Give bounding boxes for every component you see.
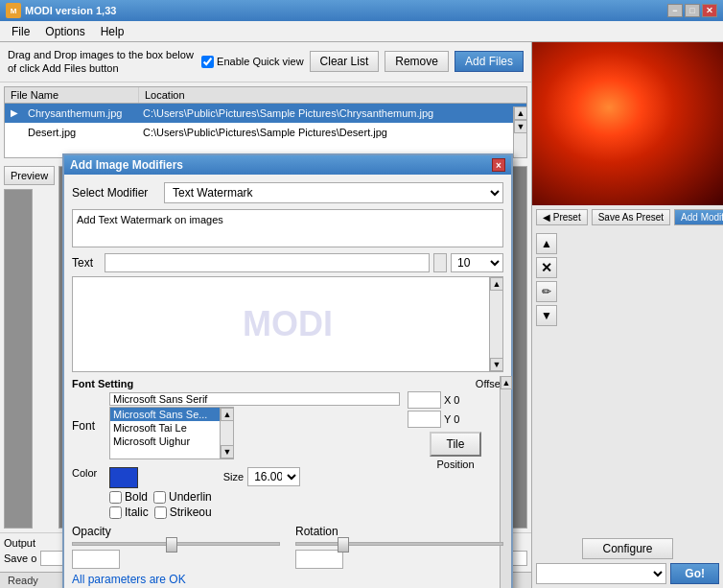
- window-controls: − □ ✕: [667, 4, 717, 17]
- strikeout-label[interactable]: Strikeou: [154, 506, 212, 519]
- menu-file[interactable]: File: [4, 23, 37, 40]
- color-section: Bold Underlin Italic: [109, 467, 212, 519]
- status-ok-text: All parameters are OK: [72, 573, 186, 586]
- configure-button[interactable]: Configure: [582, 538, 672, 559]
- font-size-select[interactable]: 16.00: [247, 467, 300, 486]
- x-offset-box[interactable]: [408, 391, 441, 409]
- preset-row: ◀ Preset Save As Preset Add Modifier: [532, 205, 723, 229]
- strikeout-text: Strikeou: [170, 506, 212, 519]
- close-button[interactable]: ✕: [702, 4, 717, 17]
- rotation-slider-track[interactable]: [295, 542, 503, 546]
- file-name: Chrysanthemum.jpg: [24, 107, 139, 119]
- font-label: Font: [72, 419, 105, 433]
- font-left: Font Setting Font Microsoft Sans Se... M…: [72, 378, 400, 519]
- enable-quick-view-label[interactable]: Enable Quick view: [201, 56, 304, 68]
- save-label: Save o: [4, 553, 36, 564]
- size-select[interactable]: 10: [451, 253, 503, 272]
- file-row[interactable]: ▶ Chrysanthemum.jpg C:\Users\Public\Pict…: [5, 104, 526, 123]
- file-list-scrollbar[interactable]: ▲ ▼: [513, 106, 526, 157]
- preset-go-row: Go!: [536, 563, 719, 584]
- enable-quick-view-checkbox[interactable]: [201, 56, 214, 68]
- modifier-label: Select Modifier: [72, 186, 158, 200]
- rotation-value-input[interactable]: -90: [295, 550, 343, 569]
- font-list-scrollbar[interactable]: ▲ ▼: [220, 408, 233, 459]
- size-row: Size 16.00: [223, 467, 300, 486]
- save-preset-button[interactable]: Save As Preset: [592, 209, 670, 225]
- maximize-button[interactable]: □: [685, 4, 700, 17]
- edit-button[interactable]: ✏: [536, 281, 557, 302]
- window-title: MODI version 1,33: [25, 5, 667, 16]
- file-name: Desert.jpg: [24, 127, 139, 138]
- font-scroll-down[interactable]: ▼: [221, 445, 234, 459]
- color-label: Color: [72, 467, 105, 479]
- color-swatch[interactable]: [109, 467, 138, 488]
- underline-checkbox[interactable]: [153, 491, 166, 504]
- output-label: Output: [4, 537, 35, 549]
- rotation-group: Rotation -90: [295, 525, 503, 569]
- up-arrow-button[interactable]: ▲: [536, 233, 557, 254]
- x-button[interactable]: ✕: [536, 257, 557, 278]
- size-label: Size: [223, 471, 244, 482]
- modal-scroll-up[interactable]: ▲: [501, 376, 512, 389]
- modifier-select-row: Select Modifier Text Watermark: [72, 182, 503, 203]
- strikeout-checkbox[interactable]: [154, 506, 167, 519]
- font-list-item[interactable]: Microsoft Tai Le: [110, 421, 233, 435]
- bold-text: Bold: [125, 490, 148, 504]
- font-scroll-up[interactable]: ▲: [221, 408, 234, 421]
- x-value: 0: [454, 394, 459, 406]
- modal-title-bar: Add Image Modifiers ×: [64, 155, 511, 175]
- opacity-slider-thumb[interactable]: [166, 537, 177, 553]
- opacity-label: Opacity: [72, 525, 280, 538]
- font-list-item[interactable]: Microsoft Uighur: [110, 435, 233, 448]
- file-location: C:\Users\Public\Pictures\Sample Pictures…: [139, 127, 526, 138]
- bold-label[interactable]: Bold: [109, 490, 148, 504]
- enable-quick-view-text: Enable Quick view: [217, 56, 304, 67]
- preset-dropdown[interactable]: [536, 563, 666, 584]
- file-location: C:\Users\Public\Pictures\Sample Pictures…: [139, 107, 526, 119]
- bold-checkbox[interactable]: [109, 491, 122, 504]
- font-list-item[interactable]: Microsoft Sans Se...: [110, 408, 233, 421]
- position-label: Position: [436, 459, 474, 470]
- menu-help[interactable]: Help: [93, 23, 132, 40]
- opacity-value-input[interactable]: 50%: [72, 550, 120, 569]
- text-scrollbar[interactable]: [433, 253, 447, 272]
- modifier-dropdown[interactable]: Text Watermark: [164, 182, 503, 203]
- canvas-scroll-down[interactable]: ▼: [490, 358, 503, 371]
- clear-list-button[interactable]: Clear List: [310, 51, 380, 72]
- underline-label[interactable]: Underlin: [153, 490, 212, 504]
- add-modifier-button[interactable]: Add Modifier: [674, 209, 723, 225]
- bottom-controls: Configure Go!: [532, 534, 723, 588]
- offset-tile-section: Offset X 0 Y 0 Tile Position: [408, 378, 503, 519]
- file-row[interactable]: Desert.jpg C:\Users\Public\Pictures\Samp…: [5, 123, 526, 142]
- modal-close-button[interactable]: ×: [492, 158, 505, 172]
- font-input[interactable]: [109, 392, 400, 406]
- tile-button[interactable]: Tile: [430, 432, 482, 457]
- offset-section: Offset X 0 Y 0: [408, 378, 503, 428]
- go-button[interactable]: Go!: [670, 563, 719, 584]
- y-value: 0: [454, 413, 459, 425]
- toolbar-description: Drag and Drop images to the box below of…: [8, 48, 196, 76]
- modal-scrollbar[interactable]: ▲ ▼: [500, 376, 511, 588]
- rotation-slider-thumb[interactable]: [338, 537, 349, 553]
- down-arrow-button[interactable]: ▼: [536, 305, 557, 326]
- text-input[interactable]: [105, 253, 430, 272]
- menu-options[interactable]: Options: [37, 23, 92, 40]
- scroll-up-arrow[interactable]: ▲: [514, 106, 527, 120]
- italic-checkbox[interactable]: [109, 506, 122, 519]
- text-canvas: MODI ▲ ▼: [72, 276, 503, 372]
- color-style-row: Color Bold Underlin: [72, 467, 400, 519]
- opacity-slider-track[interactable]: [72, 542, 280, 546]
- scroll-down-arrow[interactable]: ▼: [514, 120, 527, 133]
- y-offset-box[interactable]: [408, 411, 441, 428]
- flower-image: [532, 42, 723, 205]
- italic-label[interactable]: Italic: [109, 506, 149, 519]
- rotation-label: Rotation: [295, 525, 503, 538]
- preview-button[interactable]: Preview: [4, 166, 55, 185]
- minimize-button[interactable]: −: [667, 4, 683, 17]
- canvas-scrollbar[interactable]: ▲ ▼: [489, 277, 502, 371]
- canvas-scroll-up[interactable]: ▲: [490, 277, 503, 291]
- remove-button[interactable]: Remove: [385, 51, 449, 72]
- font-setting-label: Font Setting: [72, 378, 400, 389]
- add-files-button[interactable]: Add Files: [455, 51, 524, 72]
- preset-back-button[interactable]: ◀ Preset: [536, 209, 588, 225]
